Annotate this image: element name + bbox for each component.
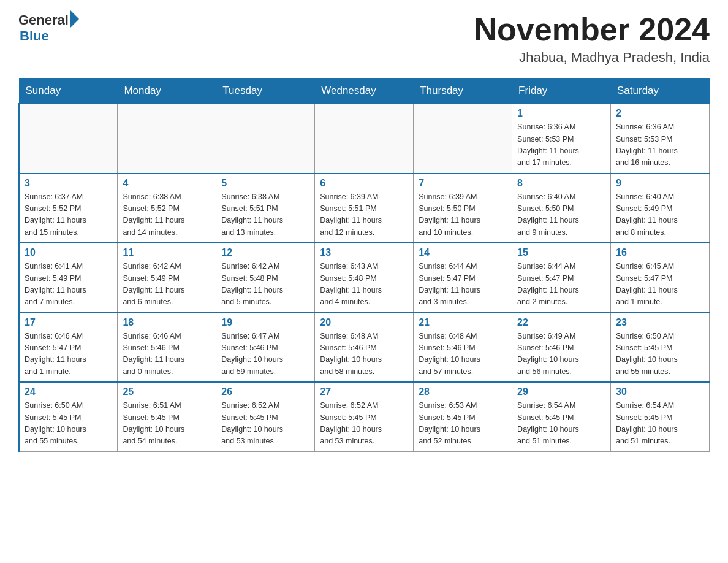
calendar-cell: 23Sunrise: 6:50 AM Sunset: 5:45 PM Dayli… [611, 313, 710, 383]
day-info: Sunrise: 6:42 AM Sunset: 5:48 PM Dayligh… [221, 261, 309, 308]
logo: General Blue [18, 12, 79, 44]
calendar-cell: 5Sunrise: 6:38 AM Sunset: 5:51 PM Daylig… [216, 174, 315, 243]
calendar-cell: 22Sunrise: 6:49 AM Sunset: 5:46 PM Dayli… [512, 313, 611, 383]
day-info: Sunrise: 6:47 AM Sunset: 5:46 PM Dayligh… [221, 331, 309, 378]
day-number: 20 [320, 317, 408, 328]
day-info: Sunrise: 6:42 AM Sunset: 5:49 PM Dayligh… [123, 261, 211, 308]
calendar-cell: 20Sunrise: 6:48 AM Sunset: 5:46 PM Dayli… [315, 313, 414, 383]
calendar-cell [19, 104, 118, 174]
calendar-cell [216, 104, 315, 174]
calendar-cell: 19Sunrise: 6:47 AM Sunset: 5:46 PM Dayli… [216, 313, 315, 383]
calendar-cell: 2Sunrise: 6:36 AM Sunset: 5:53 PM Daylig… [611, 104, 710, 174]
logo-triangle-icon [70, 10, 79, 28]
calendar-cell: 26Sunrise: 6:52 AM Sunset: 5:45 PM Dayli… [216, 382, 315, 451]
day-number: 6 [320, 178, 408, 189]
day-number: 2 [616, 108, 704, 119]
day-info: Sunrise: 6:44 AM Sunset: 5:47 PM Dayligh… [517, 261, 605, 308]
day-number: 29 [517, 386, 605, 397]
calendar-cell [118, 104, 216, 174]
day-info: Sunrise: 6:43 AM Sunset: 5:48 PM Dayligh… [320, 261, 408, 308]
page-header: General Blue November 2024 Jhabua, Madhy… [18, 12, 710, 66]
week-row-3: 10Sunrise: 6:41 AM Sunset: 5:49 PM Dayli… [19, 243, 710, 313]
day-number: 19 [221, 317, 309, 328]
day-number: 8 [517, 178, 605, 189]
day-info: Sunrise: 6:38 AM Sunset: 5:51 PM Dayligh… [221, 191, 309, 239]
day-info: Sunrise: 6:46 AM Sunset: 5:46 PM Dayligh… [123, 331, 211, 378]
day-number: 27 [320, 386, 408, 397]
calendar-cell: 24Sunrise: 6:50 AM Sunset: 5:45 PM Dayli… [19, 382, 118, 451]
day-info: Sunrise: 6:37 AM Sunset: 5:52 PM Dayligh… [25, 191, 112, 239]
logo-blue-text: Blue [20, 28, 79, 44]
calendar-cell: 8Sunrise: 6:40 AM Sunset: 5:50 PM Daylig… [512, 174, 611, 243]
day-number: 25 [123, 386, 211, 397]
day-info: Sunrise: 6:36 AM Sunset: 5:53 PM Dayligh… [616, 121, 704, 169]
location-subtitle: Jhabua, Madhya Pradesh, India [474, 50, 710, 66]
day-number: 23 [616, 317, 704, 328]
day-info: Sunrise: 6:41 AM Sunset: 5:49 PM Dayligh… [25, 261, 112, 308]
day-info: Sunrise: 6:51 AM Sunset: 5:45 PM Dayligh… [123, 400, 211, 448]
week-row-2: 3Sunrise: 6:37 AM Sunset: 5:52 PM Daylig… [19, 174, 710, 243]
column-header-tuesday: Tuesday [216, 79, 315, 104]
calendar-header-row: SundayMondayTuesdayWednesdayThursdayFrid… [19, 79, 710, 104]
day-number: 22 [517, 317, 605, 328]
calendar-cell: 1Sunrise: 6:36 AM Sunset: 5:53 PM Daylig… [512, 104, 611, 174]
day-number: 12 [221, 247, 309, 258]
day-info: Sunrise: 6:38 AM Sunset: 5:52 PM Dayligh… [123, 191, 211, 239]
column-header-monday: Monday [118, 79, 216, 104]
week-row-5: 24Sunrise: 6:50 AM Sunset: 5:45 PM Dayli… [19, 382, 710, 451]
calendar-cell: 4Sunrise: 6:38 AM Sunset: 5:52 PM Daylig… [118, 174, 216, 243]
calendar-cell: 11Sunrise: 6:42 AM Sunset: 5:49 PM Dayli… [118, 243, 216, 313]
calendar-cell: 30Sunrise: 6:54 AM Sunset: 5:45 PM Dayli… [611, 382, 710, 451]
day-info: Sunrise: 6:36 AM Sunset: 5:53 PM Dayligh… [517, 121, 605, 169]
day-number: 26 [221, 386, 309, 397]
day-info: Sunrise: 6:48 AM Sunset: 5:46 PM Dayligh… [320, 331, 408, 378]
calendar-cell: 10Sunrise: 6:41 AM Sunset: 5:49 PM Dayli… [19, 243, 118, 313]
day-number: 10 [25, 247, 112, 258]
day-info: Sunrise: 6:48 AM Sunset: 5:46 PM Dayligh… [419, 331, 507, 378]
column-header-saturday: Saturday [611, 79, 710, 104]
day-info: Sunrise: 6:53 AM Sunset: 5:45 PM Dayligh… [419, 400, 507, 448]
day-info: Sunrise: 6:46 AM Sunset: 5:47 PM Dayligh… [25, 331, 112, 378]
day-number: 4 [123, 178, 211, 189]
day-number: 16 [616, 247, 704, 258]
day-number: 30 [616, 386, 704, 397]
day-info: Sunrise: 6:40 AM Sunset: 5:49 PM Dayligh… [616, 191, 704, 239]
calendar-cell: 13Sunrise: 6:43 AM Sunset: 5:48 PM Dayli… [315, 243, 414, 313]
day-number: 17 [25, 317, 112, 328]
day-info: Sunrise: 6:40 AM Sunset: 5:50 PM Dayligh… [517, 191, 605, 239]
column-header-thursday: Thursday [414, 79, 512, 104]
day-info: Sunrise: 6:45 AM Sunset: 5:47 PM Dayligh… [616, 261, 704, 308]
calendar-cell: 3Sunrise: 6:37 AM Sunset: 5:52 PM Daylig… [19, 174, 118, 243]
calendar-cell: 7Sunrise: 6:39 AM Sunset: 5:50 PM Daylig… [414, 174, 512, 243]
calendar-cell [315, 104, 414, 174]
calendar-cell: 17Sunrise: 6:46 AM Sunset: 5:47 PM Dayli… [19, 313, 118, 383]
day-info: Sunrise: 6:54 AM Sunset: 5:45 PM Dayligh… [517, 400, 605, 448]
week-row-1: 1Sunrise: 6:36 AM Sunset: 5:53 PM Daylig… [19, 104, 710, 174]
calendar-cell: 27Sunrise: 6:52 AM Sunset: 5:45 PM Dayli… [315, 382, 414, 451]
column-header-wednesday: Wednesday [315, 79, 414, 104]
day-info: Sunrise: 6:50 AM Sunset: 5:45 PM Dayligh… [25, 400, 112, 448]
day-info: Sunrise: 6:39 AM Sunset: 5:50 PM Dayligh… [419, 191, 507, 239]
day-number: 11 [123, 247, 211, 258]
calendar-cell: 16Sunrise: 6:45 AM Sunset: 5:47 PM Dayli… [611, 243, 710, 313]
calendar-cell: 21Sunrise: 6:48 AM Sunset: 5:46 PM Dayli… [414, 313, 512, 383]
day-number: 18 [123, 317, 211, 328]
calendar-cell: 25Sunrise: 6:51 AM Sunset: 5:45 PM Dayli… [118, 382, 216, 451]
day-number: 1 [517, 108, 605, 119]
day-number: 9 [616, 178, 704, 189]
month-year-title: November 2024 [474, 12, 710, 47]
title-area: November 2024 Jhabua, Madhya Pradesh, In… [474, 12, 710, 66]
day-number: 5 [221, 178, 309, 189]
day-info: Sunrise: 6:52 AM Sunset: 5:45 PM Dayligh… [320, 400, 408, 448]
calendar-cell: 14Sunrise: 6:44 AM Sunset: 5:47 PM Dayli… [414, 243, 512, 313]
day-info: Sunrise: 6:52 AM Sunset: 5:45 PM Dayligh… [221, 400, 309, 448]
day-number: 13 [320, 247, 408, 258]
day-number: 15 [517, 247, 605, 258]
day-info: Sunrise: 6:50 AM Sunset: 5:45 PM Dayligh… [616, 331, 704, 378]
logo-general-text: General [18, 12, 69, 28]
calendar-cell: 6Sunrise: 6:39 AM Sunset: 5:51 PM Daylig… [315, 174, 414, 243]
calendar-cell: 9Sunrise: 6:40 AM Sunset: 5:49 PM Daylig… [611, 174, 710, 243]
calendar-cell: 15Sunrise: 6:44 AM Sunset: 5:47 PM Dayli… [512, 243, 611, 313]
day-number: 14 [419, 247, 507, 258]
column-header-friday: Friday [512, 79, 611, 104]
